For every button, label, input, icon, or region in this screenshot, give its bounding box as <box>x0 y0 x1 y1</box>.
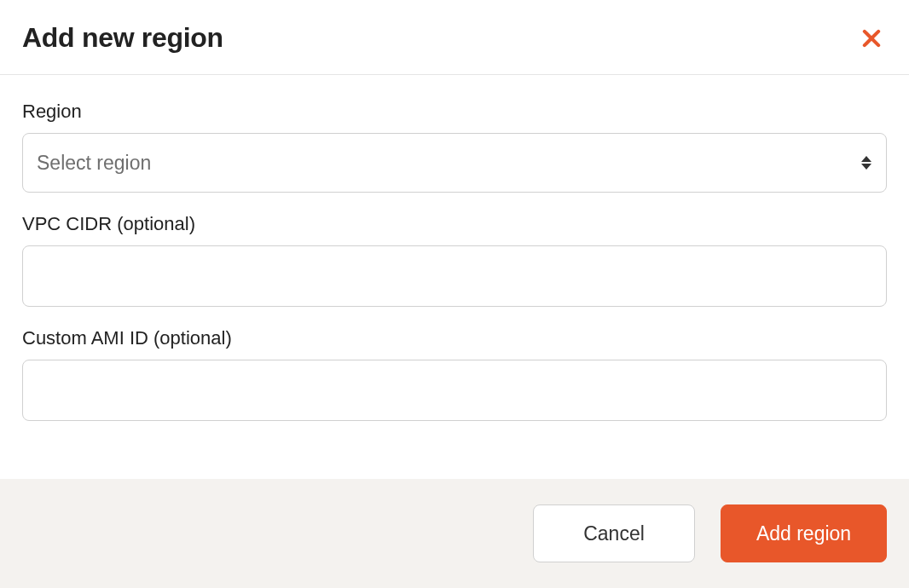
region-label: Region <box>22 101 887 123</box>
vpc-cidr-field-group: VPC CIDR (optional) <box>22 213 887 307</box>
close-button[interactable] <box>856 23 887 54</box>
modal-title: Add new region <box>22 22 223 54</box>
custom-ami-label: Custom AMI ID (optional) <box>22 327 887 349</box>
region-field-group: Region Select region <box>22 101 887 193</box>
region-select-wrapper: Select region <box>22 133 887 193</box>
add-region-modal: Add new region Region Select region VPC <box>0 0 909 588</box>
close-icon <box>860 26 883 50</box>
custom-ami-input[interactable] <box>22 360 887 421</box>
modal-body: Region Select region VPC CIDR (optional)… <box>0 75 909 479</box>
add-region-button[interactable]: Add region <box>721 504 887 562</box>
custom-ami-field-group: Custom AMI ID (optional) <box>22 327 887 421</box>
region-select[interactable]: Select region <box>22 133 887 193</box>
modal-header: Add new region <box>0 0 909 75</box>
vpc-cidr-input[interactable] <box>22 245 887 307</box>
cancel-button[interactable]: Cancel <box>533 504 695 562</box>
vpc-cidr-label: VPC CIDR (optional) <box>22 213 887 235</box>
modal-footer: Cancel Add region <box>0 479 909 588</box>
